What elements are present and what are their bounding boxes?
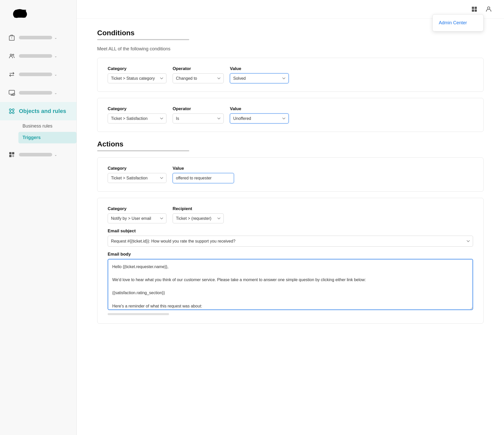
action-2-category-label: Category (108, 206, 166, 211)
action-2-recipient-label: Recipient (173, 206, 224, 211)
sidebar-item-monitor[interactable]: ⌄ (0, 84, 76, 102)
condition-2-value-select[interactable]: Unoffered (230, 113, 289, 123)
action-2-recipient-field: Recipient Ticket > (requester) (173, 206, 224, 223)
svg-rect-16 (472, 7, 474, 9)
svg-rect-0 (14, 10, 19, 15)
condition-1-operator-select[interactable]: Changed to (173, 73, 224, 83)
email-body-textarea[interactable]: Hello {{ticket.requester.name}}, We'd lo… (108, 259, 473, 310)
chevron-down-icon: ⌄ (54, 36, 57, 40)
condition-1-operator-field: Operator Changed to (173, 66, 224, 83)
action-1-card: Category Ticket > Satisfaction Value (97, 157, 484, 192)
svg-point-20 (487, 7, 490, 9)
condition-1-card: Category Ticket > Status category Operat… (97, 58, 484, 92)
action-2-card: Category Notify by > User email Recipien… (97, 198, 484, 324)
svg-point-10 (12, 109, 14, 111)
svg-point-11 (9, 112, 11, 113)
nav-label-area-arrows: ⌄ (19, 72, 70, 76)
objects-rules-label: Objects and rules (19, 108, 70, 115)
conditions-divider (97, 39, 189, 40)
sidebar-sub-items: Business rules Triggers (0, 120, 76, 143)
sidebar-nav: ⌄ ⌄ ⌄ (0, 28, 76, 435)
nav-label-bar-monitor (19, 91, 52, 95)
sidebar-item-objects[interactable]: Objects and rules (0, 102, 76, 120)
action-1-category-select[interactable]: Ticket > Satisfaction (108, 173, 166, 183)
top-header: Admin Center (77, 0, 504, 19)
condition-1-row: Category Ticket > Status category Operat… (108, 66, 473, 83)
condition-2-row: Category Ticket > Satisfaction Operator … (108, 106, 473, 123)
nav-label-area-buildings: ⌄ (19, 36, 70, 40)
user-button[interactable] (484, 4, 494, 14)
nav-label-area-apps: ⌄ (19, 153, 70, 157)
grid-button[interactable] (469, 4, 479, 14)
condition-1-category-select[interactable]: Ticket > Status category (108, 73, 166, 83)
nav-label-bar-arrows (19, 73, 52, 76)
email-subject-row: Email subject Request #{{ticket.id}}: Ho… (108, 228, 473, 247)
grid-icon (471, 6, 478, 13)
people-icon (8, 52, 16, 60)
condition-1-operator-label: Operator (173, 66, 224, 71)
svg-rect-14 (12, 152, 14, 154)
chevron-down-icon-arrows: ⌄ (54, 72, 57, 76)
action-2-row: Category Notify by > User email Recipien… (108, 206, 473, 223)
action-1-value-field: Value (173, 166, 234, 183)
admin-center-link[interactable]: Admin Center (433, 17, 483, 29)
condition-2-category-select[interactable]: Ticket > Satisfaction (108, 113, 166, 123)
logo-area (0, 0, 76, 28)
chevron-down-icon-people: ⌄ (54, 54, 57, 58)
chevron-down-icon-apps: ⌄ (54, 153, 57, 157)
arrows-icon (8, 70, 16, 78)
sidebar-subitem-triggers[interactable]: Triggers (18, 132, 76, 143)
svg-rect-19 (475, 9, 477, 12)
svg-rect-17 (475, 7, 477, 9)
condition-2-operator-label: Operator (173, 106, 224, 111)
email-body-label: Email body (108, 252, 473, 257)
sidebar-item-arrows[interactable]: ⌄ (0, 65, 76, 84)
svg-point-9 (9, 109, 11, 111)
conditions-title: Conditions (97, 29, 484, 37)
monitor-icon (8, 89, 16, 97)
sidebar-item-buildings[interactable]: ⌄ (0, 28, 76, 47)
nav-label-bar-apps (19, 153, 52, 156)
nav-label-area-monitor: ⌄ (19, 91, 70, 95)
action-1-value-label: Value (173, 166, 234, 171)
action-2-category-select[interactable]: Notify by > User email (108, 213, 166, 223)
header-icons (469, 4, 494, 14)
sidebar-item-apps[interactable]: ⌄ (0, 145, 76, 164)
sidebar: ⌄ ⌄ ⌄ (0, 0, 77, 435)
sidebar-subitem-business-rules[interactable]: Business rules (18, 120, 76, 132)
action-1-row: Category Ticket > Satisfaction Value (108, 166, 473, 183)
chevron-down-icon-monitor: ⌄ (54, 91, 57, 95)
condition-2-operator-field: Operator Is (173, 106, 224, 123)
svg-point-5 (10, 54, 12, 56)
condition-2-category-label: Category (108, 106, 166, 111)
nav-label-area-people: ⌄ (19, 54, 70, 58)
condition-1-value-field: Value Solved (230, 66, 289, 83)
svg-rect-15 (9, 155, 12, 157)
svg-rect-13 (9, 152, 12, 154)
nav-label-bar (19, 36, 52, 39)
actions-title: Actions (97, 140, 484, 148)
action-1-value-input[interactable] (173, 173, 234, 183)
nav-label-bar-people (19, 54, 52, 58)
svg-point-6 (13, 54, 14, 55)
meet-all-text: Meet ALL of the following conditions (97, 46, 484, 52)
condition-2-card: Category Ticket > Satisfaction Operator … (97, 98, 484, 132)
condition-2-operator-select[interactable]: Is (173, 113, 224, 123)
user-icon (485, 6, 492, 13)
condition-1-category-field: Category Ticket > Status category (108, 66, 166, 83)
condition-1-value-select[interactable]: Solved (230, 73, 289, 83)
main-content: Admin Center Conditions Meet ALL of the … (77, 0, 504, 435)
buildings-icon (8, 33, 16, 42)
action-2-recipient-select[interactable]: Ticket > (requester) (173, 213, 224, 223)
actions-divider (97, 150, 189, 151)
condition-2-value-label: Value (230, 106, 289, 111)
objects-rules-icon (8, 107, 16, 115)
action-1-category-label: Category (108, 166, 166, 171)
condition-1-category-label: Category (108, 66, 166, 71)
condition-2-value-field: Value Unoffered (230, 106, 289, 123)
email-subject-select[interactable]: Request #{{ticket.id}}: How would you ra… (108, 236, 473, 247)
sidebar-item-people[interactable]: ⌄ (0, 47, 76, 65)
svg-rect-18 (472, 9, 474, 12)
zendesk-logo-icon (12, 8, 28, 18)
admin-center-dropdown: Admin Center (432, 14, 484, 31)
